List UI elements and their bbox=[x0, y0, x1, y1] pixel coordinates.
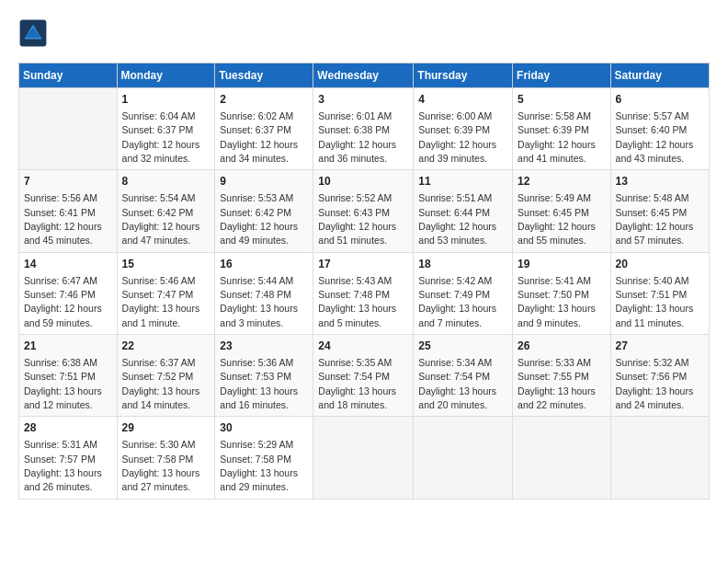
cell-info: Sunset: 7:50 PM bbox=[518, 289, 589, 300]
cell-info: Sunset: 6:41 PM bbox=[24, 207, 96, 218]
day-header-friday: Friday bbox=[513, 63, 611, 88]
calendar-cell: 6Sunrise: 5:57 AMSunset: 6:40 PMDaylight… bbox=[610, 88, 709, 170]
cell-info: Daylight: 13 hours bbox=[318, 385, 396, 396]
cell-info: Sunset: 7:58 PM bbox=[220, 454, 291, 465]
day-number: 7 bbox=[24, 174, 112, 190]
calendar-cell: 20Sunrise: 5:40 AMSunset: 7:51 PMDayligh… bbox=[610, 252, 709, 334]
day-number: 14 bbox=[24, 257, 112, 272]
calendar-table: SundayMondayTuesdayWednesdayThursdayFrid… bbox=[18, 63, 710, 500]
day-number: 12 bbox=[518, 174, 606, 190]
cell-info: Daylight: 13 hours bbox=[418, 303, 496, 314]
cell-info: Daylight: 12 hours bbox=[418, 139, 496, 150]
cell-info: Sunrise: 6:00 AM bbox=[418, 110, 492, 121]
day-number: 25 bbox=[418, 339, 507, 354]
day-header-wednesday: Wednesday bbox=[313, 63, 414, 88]
cell-info: Sunrise: 5:31 AM bbox=[24, 439, 97, 450]
cell-info: Sunset: 6:43 PM bbox=[318, 207, 390, 218]
cell-info: Daylight: 13 hours bbox=[122, 385, 200, 396]
cell-info: Sunrise: 5:46 AM bbox=[122, 275, 196, 286]
cell-info: Sunset: 6:42 PM bbox=[122, 207, 194, 218]
cell-info: Daylight: 13 hours bbox=[616, 303, 694, 314]
calendar-cell: 27Sunrise: 5:32 AMSunset: 7:56 PMDayligh… bbox=[610, 335, 709, 417]
cell-info: Daylight: 12 hours bbox=[122, 139, 200, 150]
calendar-cell bbox=[313, 417, 414, 499]
cell-info: Daylight: 13 hours bbox=[24, 385, 102, 396]
cell-info: and 5 minutes. bbox=[318, 317, 381, 328]
cell-info: Sunrise: 5:43 AM bbox=[318, 275, 392, 286]
day-number: 10 bbox=[318, 174, 408, 190]
cell-info: and 34 minutes. bbox=[220, 153, 289, 164]
day-number: 24 bbox=[318, 339, 408, 354]
day-number: 20 bbox=[616, 257, 704, 272]
cell-info: Sunset: 7:48 PM bbox=[318, 289, 390, 300]
calendar-cell: 11Sunrise: 5:51 AMSunset: 6:44 PMDayligh… bbox=[414, 170, 513, 252]
cell-info: Sunrise: 5:48 AM bbox=[616, 192, 689, 203]
calendar-cell: 3Sunrise: 6:01 AMSunset: 6:38 PMDaylight… bbox=[313, 88, 414, 170]
cell-info: Daylight: 12 hours bbox=[122, 221, 200, 232]
day-number: 19 bbox=[518, 257, 606, 272]
cell-info: Daylight: 13 hours bbox=[616, 385, 694, 396]
calendar-cell: 15Sunrise: 5:46 AMSunset: 7:47 PMDayligh… bbox=[117, 252, 215, 334]
calendar-week-4: 21Sunrise: 6:38 AMSunset: 7:51 PMDayligh… bbox=[19, 335, 710, 417]
cell-info: and 12 minutes. bbox=[24, 399, 93, 410]
day-number: 17 bbox=[318, 257, 408, 272]
calendar-cell: 29Sunrise: 5:30 AMSunset: 7:58 PMDayligh… bbox=[117, 417, 215, 499]
cell-info: Sunrise: 5:53 AM bbox=[220, 192, 293, 203]
day-number: 13 bbox=[616, 174, 704, 190]
cell-info: Sunset: 6:44 PM bbox=[418, 207, 490, 218]
cell-info: and 57 minutes. bbox=[616, 235, 685, 246]
cell-info: Sunset: 7:53 PM bbox=[220, 371, 291, 382]
cell-info: and 24 minutes. bbox=[616, 399, 685, 410]
day-number: 9 bbox=[220, 174, 308, 190]
cell-info: Daylight: 12 hours bbox=[24, 303, 102, 314]
cell-info: Sunset: 6:37 PM bbox=[220, 124, 291, 135]
cell-info: and 9 minutes. bbox=[518, 317, 581, 328]
cell-info: and 39 minutes. bbox=[418, 153, 487, 164]
cell-info: Sunrise: 6:04 AM bbox=[122, 110, 196, 121]
calendar-cell bbox=[513, 417, 611, 499]
day-number: 11 bbox=[418, 174, 507, 190]
day-header-monday: Monday bbox=[117, 63, 215, 88]
cell-info: Sunrise: 5:42 AM bbox=[418, 275, 492, 286]
day-number: 16 bbox=[220, 257, 308, 272]
cell-info: Sunset: 7:58 PM bbox=[122, 454, 194, 465]
cell-info: Sunrise: 5:49 AM bbox=[518, 192, 591, 203]
calendar-cell: 14Sunrise: 6:47 AMSunset: 7:46 PMDayligh… bbox=[19, 252, 118, 334]
cell-info: and 45 minutes. bbox=[24, 235, 93, 246]
cell-info: Sunrise: 5:51 AM bbox=[418, 192, 492, 203]
cell-info: Daylight: 13 hours bbox=[220, 467, 298, 478]
cell-info: and 47 minutes. bbox=[122, 235, 191, 246]
cell-info: Sunrise: 5:41 AM bbox=[518, 275, 591, 286]
cell-info: Daylight: 13 hours bbox=[220, 303, 298, 314]
calendar-cell: 13Sunrise: 5:48 AMSunset: 6:45 PMDayligh… bbox=[610, 170, 709, 252]
cell-info: Daylight: 13 hours bbox=[518, 303, 596, 314]
cell-info: and 49 minutes. bbox=[220, 235, 289, 246]
cell-info: Sunrise: 6:38 AM bbox=[24, 357, 97, 368]
cell-info: Sunrise: 6:01 AM bbox=[318, 110, 392, 121]
cell-info: and 27 minutes. bbox=[122, 481, 191, 492]
calendar-cell: 2Sunrise: 6:02 AMSunset: 6:37 PMDaylight… bbox=[215, 88, 313, 170]
calendar-cell: 17Sunrise: 5:43 AMSunset: 7:48 PMDayligh… bbox=[313, 252, 414, 334]
cell-info: Sunset: 7:56 PM bbox=[616, 371, 688, 382]
logo bbox=[18, 18, 51, 48]
cell-info: Sunset: 6:39 PM bbox=[418, 124, 490, 135]
calendar-cell: 19Sunrise: 5:41 AMSunset: 7:50 PMDayligh… bbox=[513, 252, 611, 334]
day-header-sunday: Sunday bbox=[19, 63, 118, 88]
cell-info: Sunset: 7:54 PM bbox=[418, 371, 490, 382]
cell-info: Sunrise: 5:40 AM bbox=[616, 275, 689, 286]
calendar-cell bbox=[19, 88, 118, 170]
cell-info: Sunrise: 5:29 AM bbox=[220, 439, 293, 450]
cell-info: and 41 minutes. bbox=[518, 153, 586, 164]
cell-info: Sunrise: 5:32 AM bbox=[616, 357, 689, 368]
day-header-tuesday: Tuesday bbox=[215, 63, 313, 88]
cell-info: Daylight: 12 hours bbox=[518, 221, 596, 232]
calendar-cell: 21Sunrise: 6:38 AMSunset: 7:51 PMDayligh… bbox=[19, 335, 118, 417]
cell-info: and 51 minutes. bbox=[318, 235, 387, 246]
cell-info: Daylight: 13 hours bbox=[318, 303, 396, 314]
cell-info: Sunset: 6:40 PM bbox=[616, 124, 688, 135]
cell-info: Sunset: 6:37 PM bbox=[122, 124, 194, 135]
calendar-cell: 22Sunrise: 6:37 AMSunset: 7:52 PMDayligh… bbox=[117, 335, 215, 417]
calendar-cell: 23Sunrise: 5:36 AMSunset: 7:53 PMDayligh… bbox=[215, 335, 313, 417]
cell-info: and 16 minutes. bbox=[220, 399, 289, 410]
cell-info: Sunrise: 5:33 AM bbox=[518, 357, 591, 368]
